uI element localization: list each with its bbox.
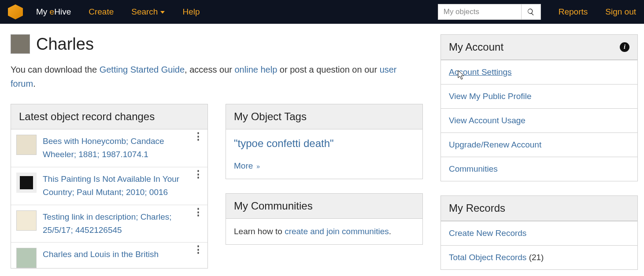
object-link[interactable]: This Painting Is Not Available In Your C…: [43, 173, 187, 199]
object-thumb[interactable]: [16, 173, 37, 193]
more-tags-link[interactable]: More »: [234, 161, 260, 171]
search-input[interactable]: [438, 4, 522, 20]
nav-search[interactable]: Search: [131, 7, 165, 17]
sidebar-item-account-settings[interactable]: Account Settings: [441, 60, 637, 84]
sidebar-item-create-records[interactable]: Create New Records: [441, 221, 637, 245]
nav-create[interactable]: Create: [89, 7, 114, 17]
panel-my-records: My Records Create New Records Total Obje…: [440, 195, 638, 270]
object-link[interactable]: Testing link in description; Charles; 25…: [43, 210, 187, 237]
panel-head-account: My Account i: [441, 35, 637, 60]
nav-home-e: e: [50, 7, 55, 16]
panel-head-records: My Records: [441, 196, 637, 221]
object-thumb[interactable]: [16, 210, 37, 231]
link-upgrade-account[interactable]: Upgrade/Renew Account: [449, 140, 541, 149]
search-icon: [527, 8, 535, 16]
link-create-join-communities[interactable]: create and join communities: [285, 227, 389, 236]
link-total-records[interactable]: Total Object Records: [449, 253, 526, 262]
nav-home-prefix: My: [36, 7, 50, 16]
tag-link[interactable]: "typoe confetti death": [234, 137, 334, 149]
object-row: This Painting Is Not Available In Your C…: [11, 167, 207, 205]
nav-home-suffix: Hive: [54, 7, 71, 16]
kebab-icon[interactable]: ⋮: [193, 210, 202, 214]
link-communities[interactable]: Communities: [449, 164, 498, 173]
object-thumb[interactable]: [16, 135, 37, 155]
panel-title-account: My Account: [449, 41, 503, 53]
link-account-usage[interactable]: View Account Usage: [449, 116, 526, 125]
link-create-records[interactable]: Create New Records: [449, 228, 526, 238]
nav-search-label: Search: [131, 7, 158, 16]
panel-latest-changes: Latest object record changes Bees with H…: [11, 104, 208, 269]
sidebar-item-public-profile[interactable]: View My Public Profile: [441, 84, 637, 108]
panel-communities: My Communities Learn how to create and j…: [226, 193, 423, 245]
panel-my-account: My Account i Account Settings View My Pu…: [440, 34, 638, 181]
sidebar-item-upgrade[interactable]: Upgrade/Renew Account: [441, 132, 637, 157]
nav-signout[interactable]: Sign out: [605, 7, 636, 17]
link-account-settings[interactable]: Account Settings: [449, 67, 512, 77]
object-link[interactable]: Bees with Honeycomb; Candace Wheeler; 18…: [43, 135, 187, 162]
object-row: Testing link in description; Charles; 25…: [11, 205, 207, 243]
logo-icon[interactable]: [8, 4, 23, 19]
info-icon[interactable]: i: [620, 42, 629, 52]
sidebar-item-total-records[interactable]: Total Object Records (21): [441, 245, 637, 269]
panel-head-tags: My Object Tags: [226, 104, 422, 129]
intro-text: You can download the Getting Started Gui…: [11, 63, 423, 91]
sidebar-item-communities[interactable]: Communities: [441, 157, 637, 181]
records-count: (21): [529, 253, 544, 262]
link-getting-started[interactable]: Getting Started Guide: [100, 65, 185, 74]
nav-help[interactable]: Help: [182, 7, 200, 17]
object-row: Charles and Louis in the British ⋮: [11, 242, 207, 268]
link-online-help[interactable]: online help: [235, 65, 278, 74]
search-button[interactable]: [522, 4, 541, 20]
panel-object-tags: My Object Tags "typoe confetti death" Mo…: [226, 104, 423, 179]
object-thumb[interactable]: [16, 248, 37, 268]
nav-reports[interactable]: Reports: [559, 7, 588, 17]
panel-head-latest: Latest object record changes: [11, 104, 207, 129]
caret-down-icon: [160, 11, 165, 14]
communities-text: Learn how to: [234, 227, 285, 236]
kebab-icon[interactable]: ⋮: [193, 248, 202, 251]
nav-my-ehive[interactable]: My eHive: [36, 7, 71, 17]
object-row: Bees with Honeycomb; Candace Wheeler; 18…: [11, 129, 207, 167]
kebab-icon[interactable]: ⋮: [193, 135, 202, 138]
navbar: My eHive Create Search Help Reports Sign…: [0, 0, 644, 24]
sidebar-item-account-usage[interactable]: View Account Usage: [441, 108, 637, 132]
panel-head-communities: My Communities: [226, 194, 422, 219]
avatar: [11, 34, 30, 54]
search-group: [438, 4, 541, 20]
chevron-right-icon: »: [255, 163, 260, 170]
link-public-profile[interactable]: View My Public Profile: [449, 92, 532, 101]
object-link[interactable]: Charles and Louis in the British: [43, 248, 187, 261]
kebab-icon[interactable]: ⋮: [193, 173, 202, 176]
page-title: Charles: [36, 35, 94, 54]
